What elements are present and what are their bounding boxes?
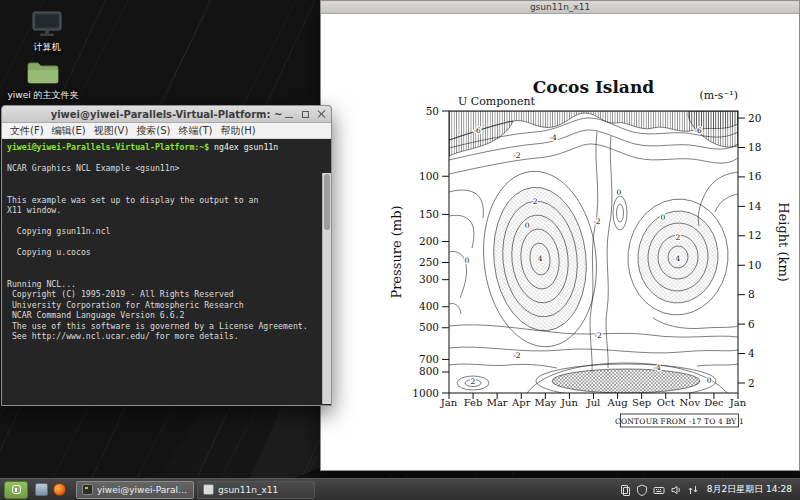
terminal-line: NCAR Graphics NCL Example <gsun11n> — [7, 163, 319, 174]
terminal-titlebar[interactable]: yiwei@yiwei-Parallels-Virtual-Platform: … — [2, 106, 331, 123]
terminal-body[interactable]: yiwei@yiwei-Parallels-Virtual-Platform:~… — [2, 139, 331, 404]
contour-label: 0 — [525, 221, 530, 230]
terminal-line — [7, 237, 319, 248]
y-left-tick-label: 1000 — [412, 387, 439, 399]
contour-label: -2 — [593, 217, 601, 226]
shell-command: ng4ex gsun11n — [209, 142, 278, 152]
minimize-button[interactable] — [284, 109, 294, 119]
x11-titlebar[interactable]: gsun11n_x11 — [321, 1, 799, 14]
terminal-line: X11 window. — [7, 205, 319, 216]
y-right-axis-title: Height (km) — [776, 202, 791, 282]
contour-label: 2 — [471, 377, 476, 386]
files-icon[interactable] — [619, 484, 631, 496]
contour-lines — [449, 111, 738, 398]
contour-label: -2 — [594, 331, 602, 340]
terminal-line — [7, 184, 319, 195]
contour-label: 4 — [538, 254, 543, 263]
plot-subtitle-left: U Component — [458, 95, 536, 108]
y-right-tick-label: 16 — [748, 170, 762, 182]
contour-label: 0 — [707, 376, 712, 385]
terminal-line: Copying gsun11n.ncl — [7, 226, 319, 237]
terminal-line: The use of this software is governed by … — [7, 321, 319, 332]
contour-label: 4 — [675, 254, 680, 263]
contour-label: 2 — [533, 197, 538, 206]
terminal-line: See http://www.ncl.ucar.edu/ for more de… — [7, 331, 319, 342]
y-left-tick-label: 50 — [426, 105, 439, 117]
firefox-icon[interactable] — [53, 483, 66, 496]
show-desktop-icon[interactable] — [35, 483, 48, 496]
terminal-menu-item[interactable]: 编辑(E) — [52, 124, 86, 138]
terminal-menu-item[interactable]: 帮助(H) — [220, 124, 255, 138]
x-tick-label: May — [534, 397, 556, 408]
plot-units-label: (m-s⁻¹) — [699, 89, 738, 102]
desktop-icon-label: yiwei 的主文件夹 — [7, 89, 78, 102]
x11-window-title: gsun11n_x11 — [530, 2, 590, 12]
terminal-prompt-line: yiwei@yiwei-Parallels-Virtual-Platform:~… — [7, 142, 319, 153]
y-left-tick-label: 300 — [419, 273, 439, 285]
plot-title: Cocos Island — [533, 77, 654, 97]
y-right-tick-label: 20 — [748, 112, 761, 124]
desktop-icon-home-folder[interactable]: yiwei 的主文件夹 — [8, 60, 78, 102]
mint-menu-button[interactable] — [4, 481, 28, 499]
ncl-plot-canvas: -2-4-6-60240024-20-2-2-402 5010015020025… — [321, 14, 799, 470]
terminal-line — [7, 153, 319, 164]
keyboard-icon[interactable] — [653, 484, 665, 496]
terminal-menu-item[interactable]: 终端(T) — [179, 124, 213, 138]
terminal-line — [7, 216, 319, 227]
x-tick-label: Jul — [586, 397, 601, 408]
contour-label: -2 — [513, 351, 521, 360]
terminal-menu-item[interactable]: 搜索(S) — [136, 124, 170, 138]
contour-label: -4 — [653, 363, 661, 372]
terminal-line — [7, 258, 319, 269]
terminal-line: This example was set up to display the o… — [7, 195, 319, 206]
desktop: 计算机 yiwei 的主文件夹 gsun11n_x11 — [0, 0, 800, 500]
x-tick-label: Aug — [607, 397, 629, 408]
taskbar-window-label: gsun11n_x11 — [218, 485, 278, 495]
terminal-line: Copying u.cocos — [7, 247, 319, 258]
terminal-menu-item[interactable]: 视图(V) — [94, 124, 129, 138]
terminal-scrollbar[interactable] — [322, 173, 331, 404]
quick-launch — [35, 483, 66, 496]
y-right-tick-label: 18 — [748, 141, 761, 153]
terminal-icon — [82, 484, 93, 495]
network-icon[interactable] — [687, 484, 699, 496]
x-tick-label: Sep — [632, 397, 651, 408]
terminal-window: yiwei@yiwei-Parallels-Virtual-Platform: … — [1, 105, 332, 406]
taskbar-window-button[interactable]: gsun11n_x11 — [197, 481, 315, 499]
maximize-button[interactable] — [300, 109, 310, 119]
system-tray — [619, 484, 699, 496]
y-right-tick-label: 14 — [748, 200, 762, 212]
taskbar-window-button[interactable]: yiwei@yiwei-Parallels-Vir... — [76, 481, 194, 499]
taskbar: yiwei@yiwei-Parallels-Vir...gsun11n_x11 … — [0, 478, 800, 500]
desktop-icon-label: 计算机 — [34, 41, 61, 54]
clock[interactable]: 8月2日星期日 14:28 — [703, 483, 796, 496]
contour-label: -6 — [694, 126, 702, 135]
volume-icon[interactable] — [670, 484, 682, 496]
x-tick-label: Jan — [729, 397, 747, 408]
terminal-menu-item[interactable]: 文件(F) — [10, 124, 44, 138]
contour-label: 0 — [660, 213, 665, 222]
y-left-tick-label: 700 — [419, 353, 439, 365]
contour-label: -4 — [549, 133, 557, 142]
contour-label: -2 — [513, 151, 521, 160]
y-right-tick-label: 12 — [748, 229, 761, 241]
y-left-tick-label: 150 — [419, 208, 439, 220]
scrollbar-thumb[interactable] — [324, 174, 330, 230]
window-controls — [278, 109, 326, 119]
desktop-icon-computer[interactable]: 计算机 — [12, 10, 82, 54]
terminal-line: Running NCL... — [7, 279, 319, 290]
y-left-tick-label: 200 — [419, 235, 439, 247]
contour-label: 2 — [675, 233, 680, 242]
terminal-line: Copyright (C) 1995-2019 - All Rights Res… — [7, 289, 319, 300]
y-right-tick-label: 4 — [748, 347, 755, 359]
mint-logo-icon — [12, 485, 21, 494]
terminal-line — [7, 174, 319, 185]
x-tick-label: Jan — [440, 397, 458, 408]
contour-label: -6 — [473, 126, 481, 135]
y-left-tick-label: 800 — [419, 365, 439, 377]
close-button[interactable] — [316, 109, 326, 119]
x-tick-label: Jun — [560, 397, 578, 408]
shield-icon[interactable] — [636, 484, 648, 496]
x-tick-label: Apr — [511, 397, 531, 408]
y-left-tick-label: 400 — [419, 300, 439, 312]
